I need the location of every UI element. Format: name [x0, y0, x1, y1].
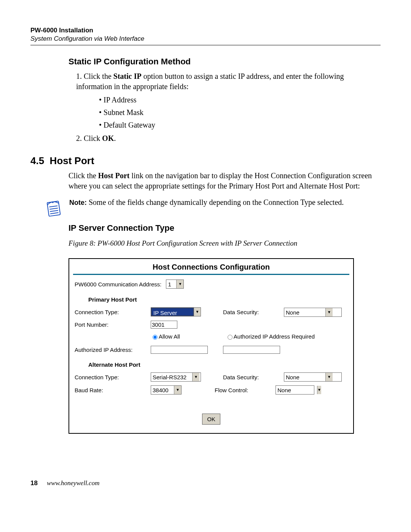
flow-control-label: Flow Control:	[215, 386, 276, 394]
auth-ip-input-2[interactable]	[223, 346, 280, 354]
section-number: 4.5	[30, 155, 44, 166]
alternate-host-port-heading: Alternate Host Port	[75, 361, 348, 369]
primary-conn-type-select[interactable]: IP Server ▼	[151, 307, 201, 316]
ui-title: Host Connections Configuration	[69, 259, 353, 273]
ui-rule	[73, 274, 349, 275]
baud-rate-value: 38400	[151, 386, 174, 394]
note-icon	[46, 199, 62, 219]
host-connections-screenshot: Host Connections Configuration PW6000 Co…	[68, 258, 354, 434]
port-number-input[interactable]	[151, 321, 177, 329]
figure-8-caption: Figure 8: PW-6000 Host Port Configuratio…	[68, 239, 381, 248]
auth-required-radio[interactable]: Authorized IP Address Required	[226, 332, 315, 340]
static-ip-heading: Static IP Configuration Method	[68, 57, 381, 67]
bullet-default-gateway: Default Gateway	[99, 120, 381, 130]
ip-server-heading: IP Server Connection Type	[68, 223, 381, 233]
alt-data-security-value: None	[284, 373, 325, 381]
primary-data-security-select[interactable]: None ▼	[284, 308, 342, 317]
chevron-down-icon[interactable]: ▼	[317, 386, 321, 394]
step-2: 2. Click OK.	[76, 133, 381, 144]
allow-all-radio[interactable]: Allow All	[151, 332, 180, 340]
primary-data-security-value: None	[284, 308, 325, 316]
primary-conn-type-value: IP Server	[151, 308, 194, 316]
baud-rate-select[interactable]: 38400 ▼	[151, 385, 182, 395]
intro-bold: Host Port	[98, 171, 130, 180]
port-number-label: Port Number:	[75, 321, 151, 329]
ok-button[interactable]: OK	[202, 414, 220, 425]
primary-data-security-label: Data Security:	[223, 308, 284, 316]
note-text: Note: Some of the fields change dynamica…	[69, 198, 344, 207]
alt-data-security-select[interactable]: None ▼	[284, 372, 342, 382]
chevron-down-icon[interactable]: ▼	[192, 373, 199, 381]
chevron-down-icon[interactable]: ▼	[325, 308, 333, 316]
auth-ip-label: Authorized IP Address:	[75, 346, 151, 354]
auth-required-radio-input[interactable]	[228, 335, 233, 340]
bullet-subnet-mask: Subnet Mask	[99, 107, 381, 118]
chevron-down-icon[interactable]: ▼	[325, 373, 333, 381]
section-4-5: 4.5 Host Port	[30, 155, 381, 167]
alt-data-security-label: Data Security:	[223, 373, 284, 381]
allow-all-radio-input[interactable]	[153, 335, 158, 340]
auth-ip-input-1[interactable]	[151, 346, 208, 354]
step-2-text-a: Click	[84, 134, 102, 142]
alt-conn-type-value: Serial-RS232	[151, 373, 192, 381]
host-port-intro: Click the Host Port link on the navigati…	[68, 171, 381, 191]
step-2-bold: OK	[102, 134, 114, 142]
chevron-down-icon[interactable]: ▼	[176, 280, 183, 288]
alt-conn-type-select[interactable]: Serial-RS232 ▼	[151, 372, 201, 382]
chevron-down-icon[interactable]: ▼	[194, 308, 201, 316]
header-subtitle: System Configuration via Web Interface	[30, 35, 381, 43]
allow-all-label: Allow All	[159, 332, 180, 340]
primary-conn-type-label: Connection Type:	[75, 308, 151, 316]
page-number: 18	[30, 479, 38, 487]
step-1: 1. Click the Static IP option button to …	[76, 71, 381, 130]
flow-control-value: None	[276, 386, 317, 394]
section-title: Host Port	[50, 155, 94, 166]
chevron-down-icon[interactable]: ▼	[174, 386, 181, 394]
note-body: Some of the fields change dynamically de…	[87, 198, 344, 206]
step-2-number: 2.	[76, 134, 82, 142]
header-title: PW-6000 Installation	[30, 27, 381, 34]
step-1-bold: Static IP	[113, 72, 142, 80]
auth-required-label: Authorized IP Address Required	[234, 332, 315, 340]
comm-address-label: PW6000 Communication Address:	[75, 280, 161, 288]
alt-conn-type-label: Connection Type:	[75, 373, 151, 381]
header-rule	[30, 45, 381, 45]
note-label: Note:	[69, 199, 87, 206]
primary-host-port-heading: Primary Host Port	[75, 296, 348, 304]
baud-rate-label: Baud Rate:	[75, 386, 151, 394]
flow-control-select[interactable]: None ▼	[276, 385, 314, 395]
footer-site: www.honeywell.com	[47, 479, 100, 487]
comm-address-value: 1	[166, 280, 176, 288]
comm-address-select[interactable]: 1 ▼	[166, 280, 184, 289]
intro-text-a: Click the	[68, 171, 98, 180]
step-1-number: 1.	[76, 72, 82, 80]
step-1-text-a: Click the	[84, 72, 113, 80]
bullet-ip-address: IP Address	[99, 95, 381, 105]
step-2-text-b: .	[114, 134, 116, 142]
